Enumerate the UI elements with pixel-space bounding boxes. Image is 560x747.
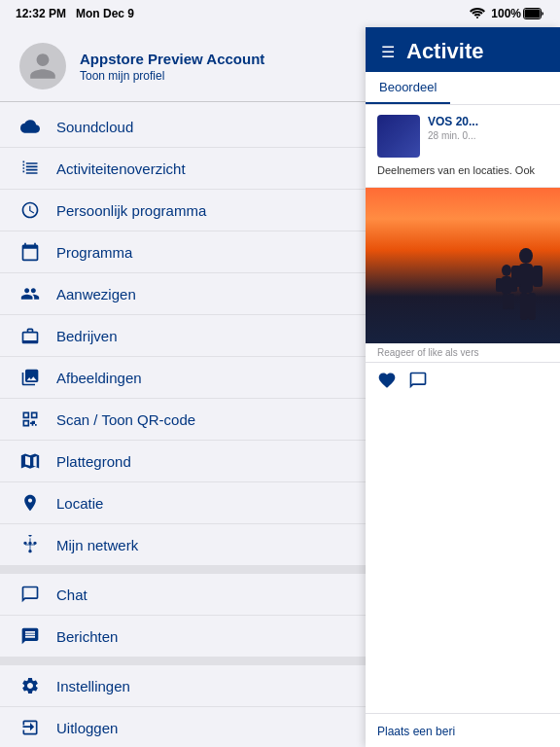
activity-card-header: VOS 20... 28 min. 0... <box>377 115 548 158</box>
avatar <box>19 43 66 89</box>
network-icon <box>19 534 41 555</box>
clock-icon <box>19 199 41 221</box>
menu-label-aanwezigen: Aanwezigen <box>56 286 136 302</box>
panel-tab-bar: Beoordeel <box>366 72 560 105</box>
menu-label-afbeeldingen: Afbeeldingen <box>56 370 142 386</box>
activity-meta: VOS 20... 28 min. 0... <box>428 115 548 141</box>
like-icon[interactable] <box>377 371 397 395</box>
panel-react-text: Reageer of like als vers <box>366 343 560 362</box>
menu-label-uitloggen: Uitloggen <box>56 720 118 736</box>
svg-rect-7 <box>520 293 528 320</box>
list-icon <box>19 158 41 179</box>
svg-rect-14 <box>508 294 514 309</box>
panel-image-inner <box>366 188 560 343</box>
calendar-icon <box>19 241 41 263</box>
panel-image <box>366 188 560 343</box>
activity-card: VOS 20... 28 min. 0... Deelnemers van en… <box>366 105 560 188</box>
menu-label-plattegrond: Plattegrond <box>56 453 131 470</box>
svg-rect-11 <box>496 278 503 292</box>
profile-info: Appstore Preview Account Toon mijn profi… <box>80 51 264 83</box>
svg-rect-2 <box>525 10 541 18</box>
right-panel: ☰ Activite Beoordeel VOS 20... 28 min. 0… <box>366 27 560 747</box>
menu-label-chat: Chat <box>56 587 88 603</box>
chat-icon <box>19 584 41 605</box>
panel-content: VOS 20... 28 min. 0... Deelnemers van en… <box>366 105 560 747</box>
panel-header: ☰ Activite <box>366 27 560 72</box>
svg-point-0 <box>476 17 478 18</box>
profile-subtitle: Toon mijn profiel <box>80 69 264 83</box>
svg-rect-12 <box>510 278 517 292</box>
profile-name: Appstore Preview Account <box>80 51 264 67</box>
map-icon <box>19 450 41 472</box>
activity-thumbnail <box>377 115 420 158</box>
status-bar: 12:32 PM Mon Dec 9 100% <box>0 0 560 27</box>
app-container: Appstore Preview Account Toon mijn profi… <box>0 27 560 747</box>
svg-rect-13 <box>503 294 508 309</box>
menu-label-mijn-netwerk: Mijn netwerk <box>56 537 138 553</box>
menu-label-programma: Programma <box>56 244 132 261</box>
people-icon <box>19 283 41 304</box>
menu-label-instellingen: Instellingen <box>56 678 130 694</box>
svg-point-9 <box>502 265 511 276</box>
briefcase-icon <box>19 325 41 346</box>
svg-rect-4 <box>519 264 533 293</box>
comment-placeholder: Plaats een beri <box>377 725 455 738</box>
activity-title: VOS 20... <box>428 115 548 128</box>
activity-time: 28 min. 0... <box>428 130 548 141</box>
cloud-icon <box>19 116 41 137</box>
battery-percent: 100% <box>491 7 521 20</box>
svg-rect-6 <box>533 266 542 287</box>
panel-tab-beoordeel[interactable]: Beoordeel <box>366 72 450 104</box>
svg-rect-8 <box>528 293 536 320</box>
silhouette-svg <box>477 236 555 343</box>
svg-point-3 <box>519 248 533 264</box>
status-date: Mon Dec 9 <box>76 7 134 20</box>
messages-icon <box>19 625 41 647</box>
status-time: 12:32 PM <box>16 7 66 20</box>
svg-rect-10 <box>502 276 511 294</box>
hamburger-icon[interactable]: ☰ <box>381 43 395 61</box>
menu-label-bedrijven: Bedrijven <box>56 328 118 344</box>
settings-icon <box>19 675 41 696</box>
panel-title: Activite <box>406 39 483 64</box>
menu-label-activiteitenoverzicht: Activiteitenoverzicht <box>56 160 186 177</box>
images-icon <box>19 367 41 388</box>
qr-icon <box>19 409 41 430</box>
comment-icon[interactable] <box>408 371 428 395</box>
menu-label-scan-qr: Scan / Toon QR-code <box>56 411 195 428</box>
menu-label-berichten: Berichten <box>56 628 118 645</box>
menu-label-persoonlijk-programma: Persoonlijk programma <box>56 202 206 219</box>
person-icon <box>27 51 58 82</box>
location-icon <box>19 492 41 514</box>
wifi-icon <box>470 7 485 21</box>
status-time-date: 12:32 PM Mon Dec 9 <box>16 7 134 20</box>
logout-icon <box>19 717 41 738</box>
panel-comment-bar[interactable]: Plaats een beri <box>366 713 560 747</box>
menu-label-locatie: Locatie <box>56 495 103 512</box>
panel-footer-bar <box>366 362 560 403</box>
activity-description: Deelnemers van en locaties. Ook <box>377 163 548 177</box>
battery-icon: 100% <box>491 7 544 20</box>
menu-label-soundcloud: Soundcloud <box>56 119 133 135</box>
status-indicators: 100% <box>470 7 544 21</box>
